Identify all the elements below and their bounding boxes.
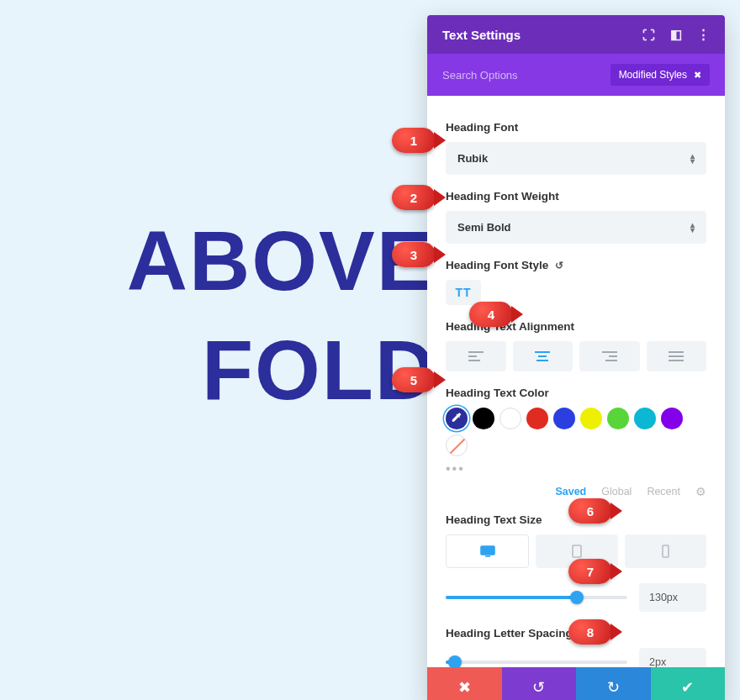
- heading-font-value: Rubik: [457, 152, 488, 165]
- heading-align-field: Heading Text Alignment: [446, 320, 706, 371]
- chevron-updown-icon: ▴▾: [690, 223, 695, 233]
- heading-font-label: Heading Font: [446, 121, 706, 134]
- svg-rect-15: [663, 545, 669, 557]
- align-right-button[interactable]: [579, 341, 640, 371]
- save-button[interactable]: ✔: [651, 667, 726, 700]
- svg-rect-12: [481, 546, 494, 555]
- panel-title: Text Settings: [442, 28, 521, 42]
- callout-7: 7: [568, 559, 612, 584]
- swatch-cyan[interactable]: [634, 408, 656, 429]
- more-colors-icon[interactable]: •••: [446, 461, 706, 476]
- uppercase-toggle[interactable]: TT: [446, 280, 481, 305]
- search-input[interactable]: [442, 69, 552, 82]
- swatch-yellow[interactable]: [580, 408, 602, 429]
- uppercase-label: TT: [455, 286, 471, 299]
- undo-button[interactable]: ↺: [502, 667, 577, 700]
- svg-rect-14: [573, 545, 581, 557]
- heading-color-label: Heading Text Color: [446, 387, 706, 399]
- swatch-black[interactable]: [473, 408, 494, 429]
- align-justify-button[interactable]: [647, 341, 707, 371]
- palette-tab-global[interactable]: Global: [601, 486, 632, 497]
- palette-tab-saved[interactable]: Saved: [555, 486, 586, 497]
- palette-tab-recent[interactable]: Recent: [647, 486, 680, 497]
- heading-font-field: Heading Font Rubik ▴▾: [446, 121, 706, 175]
- callout-3: 3: [392, 242, 436, 267]
- discard-button[interactable]: ✖: [427, 667, 502, 700]
- swatch-purple[interactable]: [661, 408, 683, 429]
- heading-weight-field: Heading Font Weight Semi Bold ▴▾: [446, 190, 706, 244]
- callout-4: 4: [469, 302, 513, 327]
- swatch-red[interactable]: [526, 408, 548, 429]
- chevron-updown-icon: ▴▾: [690, 154, 695, 164]
- device-desktop-tab[interactable]: [446, 534, 529, 568]
- close-icon: ✖: [458, 678, 471, 697]
- heading-weight-label: Heading Font Weight: [446, 190, 706, 203]
- heading-style-field: Heading Font Style ↺ TT: [446, 259, 706, 305]
- kebab-menu-icon[interactable]: ⋮: [697, 27, 710, 42]
- reset-icon[interactable]: ↺: [555, 260, 563, 271]
- panel-footer: ✖ ↺ ↻ ✔: [427, 667, 725, 700]
- heading-weight-value: Semi Bold: [457, 221, 511, 234]
- callout-8: 8: [568, 619, 612, 645]
- spacing-slider[interactable]: [446, 661, 627, 664]
- close-icon[interactable]: ✖: [694, 70, 701, 81]
- spacing-value-input[interactable]: [639, 648, 706, 667]
- help-icon[interactable]: ◧: [670, 27, 682, 42]
- swatch-green[interactable]: [607, 408, 629, 429]
- check-icon: ✔: [681, 678, 694, 697]
- callout-2: 2: [392, 185, 436, 210]
- slider-thumb[interactable]: [570, 591, 584, 604]
- redo-button[interactable]: ↻: [576, 667, 651, 700]
- swatch-blue[interactable]: [553, 408, 575, 429]
- color-swatches: [446, 408, 706, 456]
- heading-weight-select[interactable]: Semi Bold ▴▾: [446, 211, 706, 244]
- panel-search-bar: Modified Styles ✖: [427, 54, 725, 96]
- text-settings-panel: Text Settings ⛶ ◧ ⋮ Modified Styles ✖ He…: [427, 15, 725, 700]
- heading-color-field: Heading Text Color ••• Saved: [446, 387, 706, 498]
- modified-styles-badge[interactable]: Modified Styles ✖: [610, 64, 710, 86]
- align-center-button[interactable]: [513, 341, 574, 371]
- slider-thumb[interactable]: [448, 655, 462, 667]
- size-slider[interactable]: [446, 596, 627, 599]
- eyedropper-icon: [451, 412, 462, 426]
- swatch-transparent[interactable]: [446, 434, 468, 456]
- panel-header: Text Settings ⛶ ◧ ⋮: [427, 15, 725, 54]
- align-left-button[interactable]: [446, 341, 506, 371]
- undo-icon: ↺: [532, 678, 545, 697]
- callout-1: 1: [392, 128, 436, 153]
- color-palette-tabs: Saved Global Recent ⚙: [446, 485, 706, 498]
- gear-icon[interactable]: ⚙: [695, 485, 706, 498]
- swatch-white[interactable]: [500, 408, 521, 429]
- redo-icon: ↻: [607, 678, 620, 697]
- heading-style-label: Heading Font Style ↺: [446, 259, 706, 271]
- device-phone-tab[interactable]: [625, 534, 706, 568]
- swatch-selected[interactable]: [446, 408, 468, 429]
- badge-label: Modified Styles: [619, 69, 687, 81]
- heading-font-select[interactable]: Rubik ▴▾: [446, 142, 706, 175]
- expand-icon[interactable]: ⛶: [642, 28, 655, 42]
- size-value-input[interactable]: [639, 583, 706, 612]
- callout-6: 6: [568, 498, 612, 524]
- callout-5: 5: [392, 367, 436, 392]
